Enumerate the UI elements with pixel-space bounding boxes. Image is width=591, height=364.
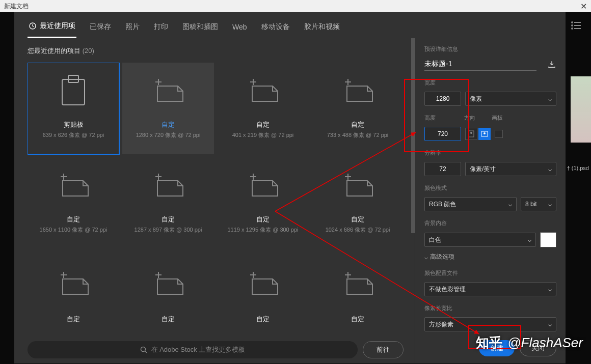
page-icon xyxy=(313,255,402,312)
card-title: 自定 xyxy=(256,315,270,324)
preset-card[interactable]: 自定1119 x 1295 像素 @ 300 ppi xyxy=(217,157,309,249)
card-subtitle: 1119 x 1295 像素 @ 300 ppi xyxy=(228,226,299,234)
page-icon xyxy=(313,63,402,117)
tab-label: 最近使用项 xyxy=(40,21,75,31)
preset-grid: 剪贴板639 x 626 像素 @ 72 ppi自定1280 x 720 像素 … xyxy=(28,63,404,333)
watermark-author: @FlashASer xyxy=(507,335,583,351)
preset-card[interactable]: 自定1287 x 897 像素 @ 300 ppi xyxy=(122,157,214,249)
landscape-icon xyxy=(481,131,488,137)
tab-label: 打印 xyxy=(154,22,168,32)
page-icon xyxy=(313,157,402,212)
tab-film[interactable]: 胶片和视频 xyxy=(303,18,341,38)
preset-header: 预设详细信息 xyxy=(424,45,556,53)
clipboard-icon xyxy=(29,63,118,117)
card-title: 自定 xyxy=(351,315,364,324)
svg-point-36 xyxy=(483,132,486,134)
color-mode-select[interactable]: RGB 颜色⌵ xyxy=(424,197,517,211)
tab-web[interactable]: Web xyxy=(231,18,248,38)
svg-point-2 xyxy=(572,25,573,26)
svg-point-4 xyxy=(572,28,573,29)
artboard-label: 画板 xyxy=(492,114,503,122)
watermark: 知乎 @FlashASer xyxy=(476,334,583,352)
card-subtitle: 639 x 626 像素 @ 72 ppi xyxy=(43,131,104,139)
card-subtitle: 1024 x 686 像素 @ 72 ppi xyxy=(326,226,390,234)
close-icon[interactable]: ✕ xyxy=(580,2,587,11)
card-title: 自定 xyxy=(256,120,270,129)
chevron-down-icon: ⌵ xyxy=(528,236,531,243)
tab-mobile[interactable]: 移动设备 xyxy=(260,18,291,38)
chevron-down-icon: ⌵ xyxy=(508,201,512,208)
width-label: 宽度 xyxy=(424,79,556,87)
preset-card[interactable]: 自定 xyxy=(217,252,309,333)
color-profile-select[interactable]: 不做色彩管理⌵ xyxy=(424,282,556,296)
chevron-down-icon: ⌵ xyxy=(424,254,428,261)
page-icon xyxy=(218,157,308,212)
svg-point-31 xyxy=(141,347,145,352)
chevron-down-icon: ⌵ xyxy=(548,321,552,328)
select-value: 不做色彩管理 xyxy=(429,285,466,294)
artboard-checkbox[interactable] xyxy=(495,130,503,138)
pixel-aspect-select[interactable]: 方形像素⌵ xyxy=(424,317,556,331)
width-unit-select[interactable]: 像素⌵ xyxy=(465,92,556,106)
background-thumbnail xyxy=(571,76,591,143)
advanced-toggle[interactable]: ⌵高级选项 xyxy=(424,253,556,261)
recent-label: 您最近使用的项目 xyxy=(28,47,80,54)
resolution-input[interactable] xyxy=(424,162,461,176)
select-value: 白色 xyxy=(429,236,441,244)
preset-card[interactable]: 自定 xyxy=(28,252,119,333)
tab-print[interactable]: 打印 xyxy=(153,18,169,38)
card-title: 剪贴板 xyxy=(64,120,84,129)
width-input[interactable] xyxy=(424,92,461,106)
preset-card[interactable]: 自定733 x 488 像素 @ 72 ppi xyxy=(312,63,404,154)
color-profile-label: 颜色配置文件 xyxy=(424,269,556,277)
orientation-landscape-button[interactable] xyxy=(478,128,491,140)
select-value: 8 bit xyxy=(525,201,537,208)
preset-panel: 预设详细信息 宽度 像素⌵ 高度 方向 画板 xyxy=(415,38,566,363)
portrait-icon xyxy=(468,130,474,137)
card-title: 自定 xyxy=(351,215,364,224)
tab-recent[interactable]: 最近使用项 xyxy=(28,18,76,38)
background-label: 背景内容 xyxy=(424,219,556,227)
card-title: 自定 xyxy=(351,120,364,129)
save-preset-icon[interactable] xyxy=(547,60,556,69)
card-subtitle: 1650 x 1100 像素 @ 72 ppi xyxy=(40,226,108,234)
go-button[interactable]: 前往 xyxy=(363,341,404,358)
tab-photo[interactable]: 照片 xyxy=(124,18,141,38)
preset-card[interactable]: 自定401 x 219 像素 @ 72 ppi xyxy=(217,63,309,154)
orientation-portrait-button[interactable] xyxy=(465,128,477,140)
svg-point-34 xyxy=(470,132,472,134)
chevron-down-icon: ⌵ xyxy=(548,95,552,102)
clock-icon xyxy=(29,22,37,30)
preset-name-input[interactable] xyxy=(424,58,536,71)
preset-card[interactable]: 自定 xyxy=(122,252,214,333)
color-mode-label: 颜色模式 xyxy=(424,184,556,192)
scrollbar[interactable] xyxy=(411,38,415,233)
card-title: 自定 xyxy=(67,215,80,224)
svg-rect-7 xyxy=(62,79,85,105)
tab-label: 已保存 xyxy=(90,22,111,32)
svg-point-0 xyxy=(572,22,573,23)
preset-card[interactable]: 自定 xyxy=(312,252,404,333)
color-bit-select[interactable]: 8 bit⌵ xyxy=(521,197,556,211)
chevron-down-icon: ⌵ xyxy=(548,165,552,173)
tab-art[interactable]: 图稿和插图 xyxy=(181,18,219,38)
page-icon xyxy=(29,255,118,312)
chevron-down-icon: ⌵ xyxy=(548,286,552,293)
card-subtitle: 401 x 219 像素 @ 72 ppi xyxy=(232,131,294,139)
tab-label: 照片 xyxy=(125,22,140,32)
resolution-unit-select[interactable]: 像素/英寸⌵ xyxy=(465,162,556,176)
search-input[interactable]: 在 Adobe Stock 上查找更多模板 xyxy=(28,341,358,358)
card-title: 自定 xyxy=(67,315,80,324)
tab-saved[interactable]: 已保存 xyxy=(89,18,112,38)
preset-card[interactable]: 剪贴板639 x 626 像素 @ 72 ppi xyxy=(28,63,119,154)
background-select[interactable]: 白色⌵ xyxy=(424,233,536,247)
preset-card[interactable]: 自定1024 x 686 像素 @ 72 ppi xyxy=(312,157,404,249)
height-input[interactable] xyxy=(424,127,461,141)
preset-card[interactable]: 自定1650 x 1100 像素 @ 72 ppi xyxy=(28,157,119,249)
preset-card[interactable]: 自定1280 x 720 像素 @ 72 ppi xyxy=(122,63,214,154)
chevron-down-icon: ⌵ xyxy=(548,201,552,208)
page-icon xyxy=(123,157,213,212)
card-title: 自定 xyxy=(162,215,175,224)
background-color-swatch[interactable] xyxy=(540,232,556,247)
tab-label: 图稿和插图 xyxy=(182,22,218,32)
